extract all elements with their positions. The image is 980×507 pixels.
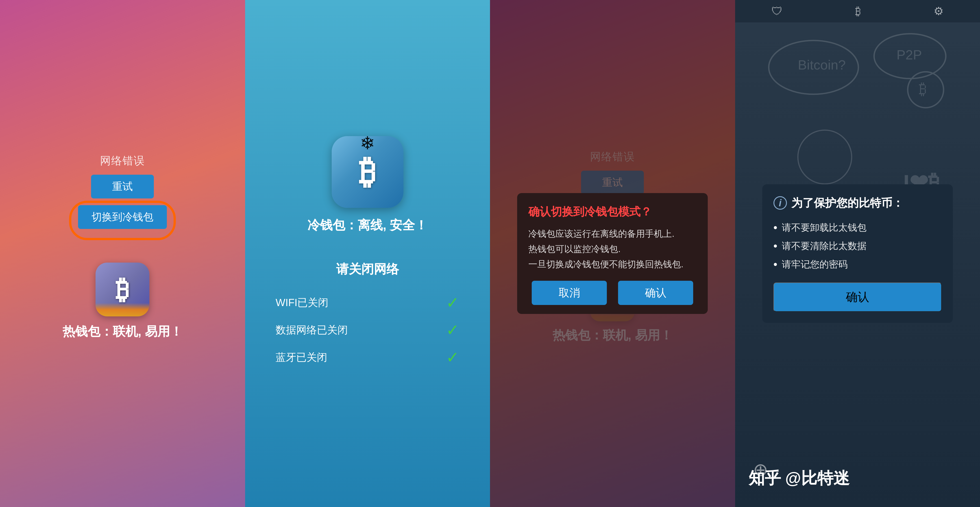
network-checklist: WIFI已关闭 ✓ 数据网络已关闭 ✓ 蓝牙已关闭 ✓ [275, 289, 459, 371]
network-title: 请关闭网络 [336, 261, 399, 278]
checklist-item-data: 数据网络已关闭 ✓ [275, 316, 459, 344]
panel-cold-wallet-setup: ₿ 冷钱包：离线, 安全！ 请关闭网络 WIFI已关闭 ✓ 数据网络已关闭 ✓ … [245, 0, 490, 507]
confirm-switch-dialog: 确认切换到冷钱包模式？ 冷钱包应该运行在离线的备用手机上. 热钱包可以监控冷钱包… [517, 193, 708, 314]
info-item-1: 请不要卸载比太钱包 [773, 218, 942, 237]
checklist-label-bluetooth: 蓝牙已关闭 [275, 350, 327, 364]
checklist-label-data: 数据网络已关闭 [275, 323, 348, 337]
bitcoin-header-icon: ₿ [855, 5, 861, 18]
retry-button-1[interactable]: 重试 [91, 175, 154, 199]
info-dialog-4: i 为了保护您的比特币： 请不要卸载比太钱包 请不要清除比太数据 请牢记您的密码… [762, 184, 953, 323]
confirm-button-3[interactable]: 确认 [618, 281, 693, 305]
info-icon: i [773, 196, 787, 210]
svg-text:Bitcoin?: Bitcoin? [798, 57, 845, 72]
gear-icon: ⚙ [934, 5, 944, 18]
checkmark-bluetooth: ✓ [446, 348, 459, 367]
btc-cold-symbol: ₿ [359, 153, 376, 191]
buttons-group-1: 重试 切换到冷钱包 [0, 175, 245, 236]
dialog-body-3: 冷钱包应该运行在离线的备用手机上. 热钱包可以监控冷钱包. 一旦切换成冷钱包便不… [528, 226, 697, 272]
btc-symbol: ₿ [116, 274, 129, 305]
dialog-title-3: 确认切换到冷钱包模式？ [528, 204, 697, 219]
switch-to-cold-button-1[interactable]: 切换到冷钱包 [78, 205, 167, 229]
confirm-button-4[interactable]: 确认 [773, 283, 942, 312]
cold-wallet-icon: ₿ [332, 136, 403, 208]
hot-wallet-desc: 热钱包：联机, 易用！ [62, 323, 183, 340]
info-item-3: 请牢记您的密码 [773, 255, 942, 273]
info-dialog-title: 为了保护您的比特币： [791, 195, 904, 211]
cancel-button-3[interactable]: 取消 [532, 281, 607, 305]
dialog-buttons-3: 取消 确认 [528, 281, 697, 305]
svg-point-4 [798, 130, 851, 184]
shield-icon: 🛡 [772, 5, 783, 18]
info-list-4: 请不要卸载比太钱包 请不要清除比太数据 请牢记您的密码 [773, 218, 942, 273]
checkmark-data: ✓ [446, 321, 459, 339]
plus-icon: ⊕ [753, 459, 768, 480]
svg-text:P2P: P2P [896, 47, 922, 62]
info-item-2: 请不要清除比太数据 [773, 237, 942, 255]
error-label-1: 网络错误 [100, 154, 145, 168]
dialog-overlay-3: 确认切换到冷钱包模式？ 冷钱包应该运行在离线的备用手机上. 热钱包可以监控冷钱包… [490, 0, 735, 507]
panel-hot-wallet-error: 网络错误 重试 切换到冷钱包 ₿ 热钱包：联机, 易用！ [0, 0, 245, 507]
info-dialog-header: i 为了保护您的比特币： [773, 195, 942, 211]
panel-info-protection: 🛡 ₿ ⚙ Bitcoin? P2P I❤₿ ₿ i [735, 0, 980, 507]
checklist-label-wifi: WIFI已关闭 [275, 296, 328, 310]
checklist-item-bluetooth: 蓝牙已关闭 ✓ [275, 344, 459, 371]
svg-text:₿: ₿ [919, 80, 927, 97]
cold-wallet-desc: 冷钱包：离线, 安全！ [307, 217, 428, 234]
checklist-item-wifi: WIFI已关闭 ✓ [275, 289, 459, 316]
panel-confirm-switch: 网络错误 重试 切换到冷钱包 ₿ 热钱包：联机, 易用！ 确认切换到冷钱包模式？… [490, 0, 735, 507]
checkmark-wifi: ✓ [446, 294, 459, 312]
hot-wallet-icon: ₿ [95, 262, 150, 316]
header-bar-4: 🛡 ₿ ⚙ [735, 0, 980, 22]
